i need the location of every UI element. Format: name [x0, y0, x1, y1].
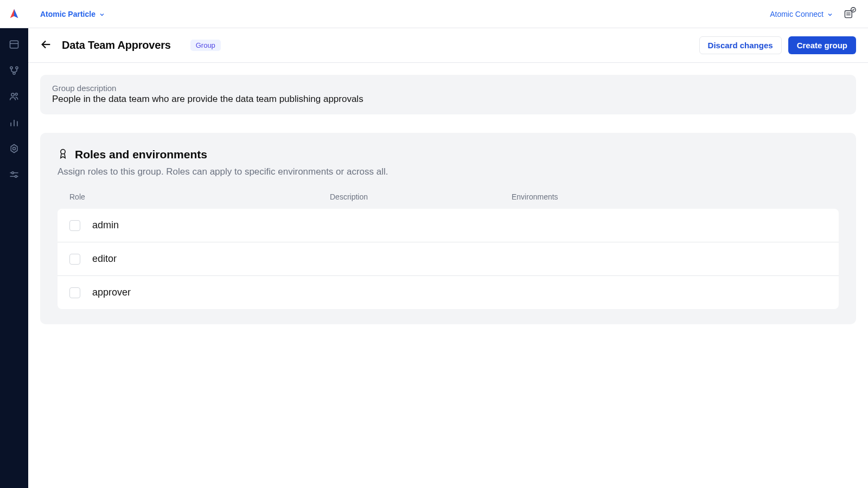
description-panel: Group description People in the data tea…: [40, 75, 856, 114]
workspace-name: Atomic Particle: [40, 10, 95, 18]
role-checkbox[interactable]: [69, 254, 80, 265]
svg-point-21: [61, 150, 65, 154]
role-name: admin: [92, 220, 119, 231]
svg-point-11: [13, 147, 16, 150]
settings-icon[interactable]: [9, 143, 20, 154]
page-title: Data Team Approvers: [62, 39, 171, 52]
analytics-icon[interactable]: [9, 117, 20, 128]
svg-point-5: [11, 93, 14, 96]
svg-point-15: [15, 176, 17, 178]
svg-point-6: [15, 93, 17, 95]
svg-point-13: [12, 172, 14, 174]
roles-panel: Roles and environments Assign roles to t…: [40, 133, 856, 324]
env-name: Atomic Connect: [770, 10, 824, 18]
checklist-status-icon[interactable]: [843, 7, 856, 22]
back-arrow-icon[interactable]: [40, 38, 52, 53]
roles-table-header: Role Description Environments: [58, 192, 839, 209]
discard-button[interactable]: Discard changes: [699, 36, 782, 54]
col-role: Role: [69, 192, 330, 201]
svg-rect-0: [10, 41, 18, 48]
role-row: editor: [58, 242, 839, 276]
atomic-logo-icon: [8, 8, 20, 20]
chevron-down-icon: [99, 11, 105, 18]
svg-point-4: [13, 72, 15, 74]
col-environments: Environments: [512, 192, 827, 201]
role-checkbox[interactable]: [69, 220, 80, 231]
page-header: Data Team Approvers Group Discard change…: [28, 28, 868, 63]
workspace-selector[interactable]: Atomic Particle: [40, 10, 105, 18]
description-label: Group description: [52, 84, 844, 93]
chevron-down-icon: [827, 11, 833, 18]
description-text: People in the data team who are provide …: [52, 94, 844, 105]
roles-title: Roles and environments: [75, 148, 207, 161]
create-group-button[interactable]: Create group: [788, 36, 856, 54]
people-icon[interactable]: [9, 91, 20, 102]
env-selector[interactable]: Atomic Connect: [770, 10, 833, 18]
role-name: approver: [92, 287, 131, 298]
col-description: Description: [330, 192, 512, 201]
svg-point-2: [10, 67, 12, 69]
role-row: approver: [58, 276, 839, 309]
top-bar: Atomic Particle Atomic Connect: [28, 0, 868, 28]
roles-list: admin editor approver: [58, 209, 839, 309]
svg-point-3: [16, 67, 18, 69]
svg-rect-16: [845, 10, 852, 17]
role-name: editor: [92, 253, 117, 265]
role-checkbox[interactable]: [69, 287, 80, 298]
app-logo[interactable]: [0, 0, 28, 28]
sliders-icon[interactable]: [9, 169, 20, 180]
type-badge: Group: [190, 40, 221, 51]
branch-icon[interactable]: [9, 65, 20, 76]
role-row: admin: [58, 209, 839, 242]
left-sidebar: [0, 0, 28, 488]
cards-icon[interactable]: [9, 39, 20, 50]
ribbon-icon: [58, 148, 68, 161]
svg-marker-10: [11, 145, 17, 153]
roles-subtitle: Assign roles to this group. Roles can ap…: [58, 166, 839, 177]
